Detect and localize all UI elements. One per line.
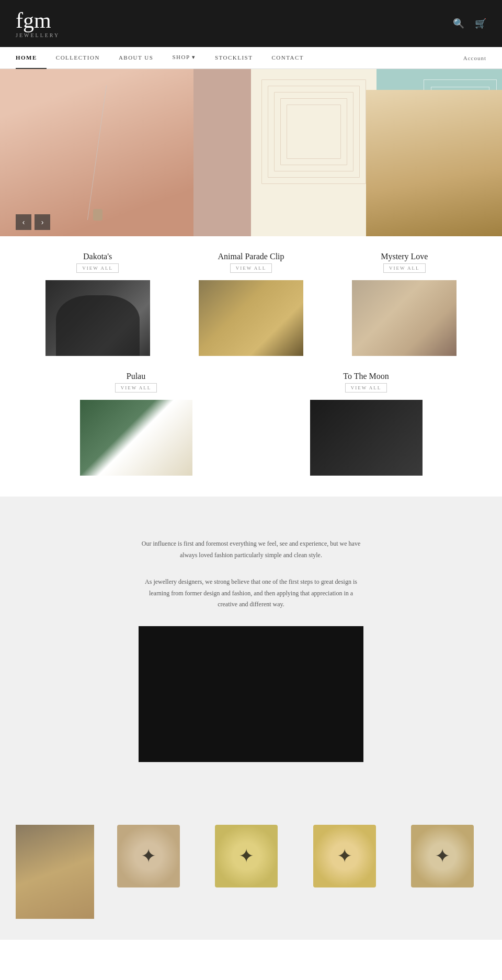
collection-animal-photo[interactable] <box>199 280 303 356</box>
jewel-icon-3: ✦ <box>337 845 352 867</box>
bottom-item-1[interactable]: ✦ <box>117 825 180 887</box>
about-text-1: Our influence is first and foremost ever… <box>141 538 361 561</box>
collection-mystery-viewall[interactable]: VIEW ALL <box>383 263 426 273</box>
collection-dakotas-name: Dakota's <box>83 252 112 261</box>
collection-animal-viewall[interactable]: VIEW ALL <box>230 263 272 273</box>
necklace-photo <box>0 69 193 236</box>
cart-icon[interactable]: 🛒 <box>475 18 486 29</box>
collection-dakotas: Dakota's VIEW ALL <box>29 252 167 356</box>
collection-moon-name: To The Moon <box>343 372 389 381</box>
jewel-icon-1: ✦ <box>141 845 156 867</box>
jewel-icon-4: ✦ <box>435 845 450 867</box>
about-text-2: As jewellery designers, we strong believ… <box>141 577 361 610</box>
bottom-section: ✦ ✦ ✦ ✦ <box>0 804 502 940</box>
nav-item-home[interactable]: HOME <box>16 47 47 69</box>
collection-mystery-name: Mystery Love <box>381 252 428 261</box>
hero-prev-button[interactable]: ‹ <box>16 214 31 230</box>
header-icons: 🔍 🛒 <box>453 18 486 29</box>
collections-row-2: Pulau VIEW ALL To The Moon VIEW ALL <box>21 372 481 476</box>
nested-rectangles-decoration <box>261 79 366 184</box>
bottom-item-3[interactable]: ✦ <box>313 825 376 887</box>
collection-pulau-name: Pulau <box>127 372 145 381</box>
collections-row-1: Dakota's VIEW ALL Animal Parade Clip VIE… <box>21 252 481 356</box>
header: fgm JEWELLERY 🔍 🛒 <box>0 0 502 47</box>
about-section: Our influence is first and foremost ever… <box>0 497 502 804</box>
hero-next-button[interactable]: › <box>35 214 50 230</box>
collection-moon-viewall[interactable]: VIEW ALL <box>345 383 387 393</box>
hero-model-photo <box>366 90 502 236</box>
collection-pulau-photo[interactable] <box>80 400 192 476</box>
hero-navigation: ‹ › <box>16 214 50 230</box>
nav-item-shop[interactable]: SHOP ▾ <box>163 47 205 69</box>
logo[interactable]: fgm JEWELLERY <box>16 9 60 38</box>
nav-item-stocklist[interactable]: STOCKLIST <box>206 47 263 69</box>
bottom-model-photo <box>16 825 94 919</box>
nav-item-about[interactable]: ABOUT US <box>109 47 163 69</box>
hero-banner: ‹ › <box>0 69 502 236</box>
navigation: HOME COLLECTION ABOUT US SHOP ▾ STOCKLIS… <box>0 47 502 69</box>
hero-yellow-bg <box>251 69 376 236</box>
collections-section: Dakota's VIEW ALL Animal Parade Clip VIE… <box>0 236 502 497</box>
logo-script: fgm <box>16 9 51 31</box>
collection-moon: To The Moon VIEW ALL <box>263 372 470 476</box>
collection-mystery-photo[interactable] <box>352 280 457 356</box>
collection-moon-photo[interactable] <box>310 400 423 476</box>
collection-dakotas-viewall[interactable]: VIEW ALL <box>76 263 119 273</box>
bottom-item-4[interactable]: ✦ <box>411 825 474 887</box>
bottom-items-grid: ✦ ✦ ✦ ✦ <box>105 825 486 887</box>
collection-animal: Animal Parade Clip VIEW ALL <box>182 252 320 356</box>
logo-subtitle: JEWELLERY <box>16 32 60 38</box>
nav-item-collection[interactable]: COLLECTION <box>47 47 109 69</box>
account-link[interactable]: Account <box>463 55 486 61</box>
collection-mystery: Mystery Love VIEW ALL <box>335 252 473 356</box>
hero-right-panel <box>251 69 502 236</box>
nav-item-contact[interactable]: CONTACT <box>262 47 313 69</box>
bottom-item-2[interactable]: ✦ <box>215 825 278 887</box>
collection-pulau-viewall[interactable]: VIEW ALL <box>115 383 157 393</box>
search-icon[interactable]: 🔍 <box>453 18 464 29</box>
jewel-icon-2: ✦ <box>238 845 254 867</box>
collection-dakotas-photo[interactable] <box>45 280 150 356</box>
collection-pulau: Pulau VIEW ALL <box>32 372 239 476</box>
nav-left: HOME COLLECTION ABOUT US SHOP ▾ STOCKLIS… <box>16 47 313 69</box>
video-embed[interactable] <box>139 626 363 762</box>
collection-animal-name: Animal Parade Clip <box>218 252 284 261</box>
hero-left-panel <box>0 69 251 236</box>
